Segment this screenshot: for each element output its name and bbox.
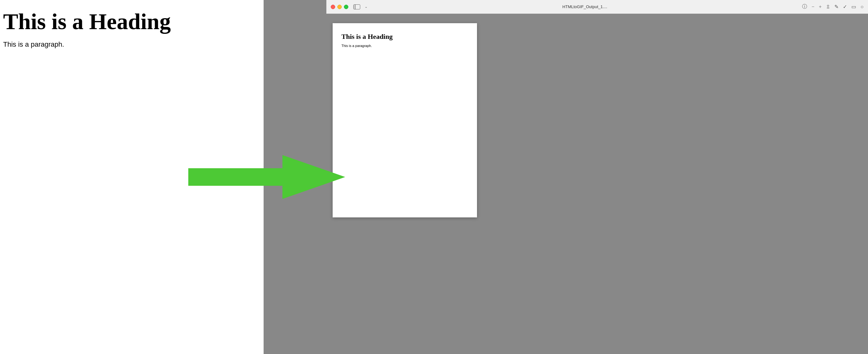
- pdf-page: This is a Heading This is a paragraph.: [333, 23, 477, 217]
- share-icon[interactable]: ⇫: [826, 4, 830, 10]
- svg-marker-0: [188, 155, 345, 199]
- checkmark-icon[interactable]: ✓: [843, 4, 847, 10]
- zoom-in-icon[interactable]: +: [819, 4, 822, 10]
- pdf-toolbar: ⌄ HTMLtoGIF_Output_1.... ⓘ − + ⇫ ✎ ✓ ▭ ○: [327, 0, 868, 14]
- annotate-icon[interactable]: ✎: [834, 4, 838, 10]
- traffic-light-red[interactable]: [331, 5, 335, 9]
- pdf-heading: This is a Heading: [341, 33, 468, 41]
- info-icon[interactable]: ⓘ: [802, 3, 807, 10]
- pdf-filename: HTMLtoGIF_Output_1....: [371, 4, 799, 9]
- left-heading: This is a Heading: [3, 9, 260, 34]
- center-transition-area: [264, 0, 327, 354]
- pdf-content-area: This is a Heading This is a paragraph.: [327, 14, 868, 354]
- chevron-down-icon[interactable]: ⌄: [365, 5, 368, 9]
- pdf-paragraph: This is a paragraph.: [341, 44, 468, 48]
- zoom-out-icon[interactable]: −: [811, 4, 814, 10]
- pdf-viewer-panel: ⌄ HTMLtoGIF_Output_1.... ⓘ − + ⇫ ✎ ✓ ▭ ○…: [327, 0, 868, 354]
- arrow-container: [188, 152, 345, 202]
- sidebar-toggle-button[interactable]: [353, 4, 360, 9]
- window-icon[interactable]: ▭: [851, 4, 856, 10]
- more-options-icon[interactable]: ○: [861, 4, 864, 10]
- toolbar-icons: ⓘ − + ⇫ ✎ ✓ ▭ ○: [802, 3, 864, 10]
- traffic-light-green[interactable]: [344, 5, 348, 9]
- traffic-lights: [331, 5, 348, 9]
- traffic-light-yellow[interactable]: [337, 5, 342, 9]
- left-paragraph: This is a paragraph.: [3, 40, 260, 48]
- green-arrow-icon: [188, 152, 345, 202]
